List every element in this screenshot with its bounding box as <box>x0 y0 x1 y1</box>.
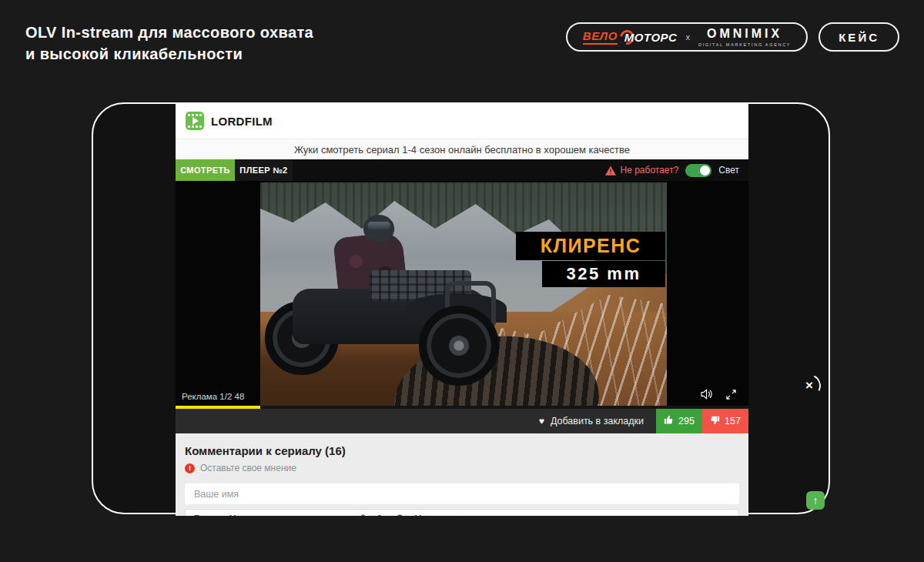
like-button[interactable]: 295 <box>656 409 702 433</box>
name-input[interactable] <box>185 483 739 504</box>
italic-icon[interactable]: I <box>211 513 219 517</box>
light-toggle[interactable] <box>685 164 711 177</box>
velomotors-logo-part2: МОТОРС <box>624 31 678 44</box>
player-controls <box>701 389 736 400</box>
omnimix-logo: OMNIMIX DIGITAL MARKETING AGENCY <box>698 27 791 47</box>
thumb-down-icon <box>710 415 720 427</box>
omnimix-name: OMNIMIX <box>707 27 782 41</box>
video-ad-frame[interactable]: КЛИРЕНС 325 mm <box>260 182 667 407</box>
light-toggle-label: Свет <box>718 165 739 176</box>
comments-hint-label: Оставьте свое мнение <box>200 463 296 473</box>
dislike-count: 157 <box>725 416 741 427</box>
thumb-up-icon <box>664 415 674 427</box>
bold-icon[interactable]: B <box>193 513 201 516</box>
tab-player2[interactable]: ПЛЕЕР №2 <box>235 159 293 181</box>
text-lines-icon[interactable]: ≣ <box>433 513 440 516</box>
volume-icon[interactable] <box>701 389 714 400</box>
list-ordered-icon[interactable]: ≕ <box>319 513 328 516</box>
brand-badge: ВЕЛО МОТОРС x OMNIMIX DIGITAL MARKETING … <box>566 22 808 52</box>
report-problem-button[interactable]: Не работает? <box>605 165 679 176</box>
align-left-icon[interactable]: ≡ <box>246 513 254 516</box>
comments-hint: ! Оставьте свое мнение <box>185 463 739 473</box>
film-logo-icon[interactable] <box>186 112 204 130</box>
exclamation-icon: ! <box>185 463 195 473</box>
header-badges: ВЕЛО МОТОРС x OMNIMIX DIGITAL MARKETING … <box>566 22 899 52</box>
quote-icon[interactable]: ❞ <box>396 513 403 516</box>
list-bullet-icon[interactable]: ≔ <box>300 513 309 516</box>
omnimix-subtitle: DIGITAL MARKETING AGENCY <box>698 42 791 47</box>
video-player[interactable]: КЛИРЕНС 325 mm Реклама 1/2 48 <box>176 181 748 409</box>
film-perforation <box>188 125 202 128</box>
key-icon[interactable] <box>377 514 386 516</box>
ad-progress-track[interactable] <box>176 406 748 409</box>
velomotors-logo-part1: ВЕЛО <box>583 29 618 45</box>
ad-progress-fill <box>176 406 260 409</box>
velomotors-logo: ВЕЛО МОТОРС <box>583 29 678 45</box>
brand-separator: x <box>685 32 690 42</box>
comments-title: Комментарии к сериалу (16) <box>185 444 739 457</box>
close-icon: × <box>798 374 821 397</box>
report-problem-label: Не работает? <box>621 165 679 176</box>
spoiler-icon[interactable] <box>450 515 460 517</box>
align-right-icon[interactable]: ≡ <box>282 513 290 516</box>
rider-helmet <box>363 215 394 242</box>
tab-watch[interactable]: СМОТРЕТЬ <box>176 159 235 181</box>
page-title: Жуки смотреть сериал 1-4 сезон онлайн бе… <box>294 144 630 156</box>
actions-bar: ♥ Добавить в закладки 295 157 <box>176 409 748 433</box>
code-icon[interactable]: {;} <box>413 513 422 516</box>
page-title-bar: Жуки смотреть сериал 1-4 сезон онлайн бе… <box>176 139 748 159</box>
atv-rider-illustration <box>271 215 510 396</box>
slide-title-line1: OLV In-stream для массового охвата <box>25 22 313 43</box>
bookmark-button[interactable]: ♥ Добавить в закладки <box>539 416 644 427</box>
emoji-icon[interactable]: ☺ <box>338 513 347 516</box>
player-tools: Не работает? Свет <box>605 159 748 181</box>
editor-toolbar: B I U ≡ ≡ ≡ ≔ ≕ ☺ ❞ {;} ≣ <box>185 509 739 516</box>
film-perforation <box>188 114 202 116</box>
atv-front-wheel <box>419 306 499 386</box>
bookmark-label: Добавить в закладки <box>551 416 644 427</box>
dislike-button[interactable]: 157 <box>702 409 748 433</box>
close-ad-button[interactable]: × <box>798 374 821 397</box>
heart-icon: ♥ <box>539 416 544 427</box>
scroll-top-button[interactable]: ↑ <box>806 491 825 510</box>
ad-overlay-title: КЛИРЕНС <box>516 232 665 260</box>
slide: OLV In-stream для массового охвата и выс… <box>0 0 924 562</box>
site-logo-text[interactable]: LORDFILM <box>211 115 273 128</box>
fullscreen-icon[interactable] <box>726 390 736 400</box>
site-header: LORDFILM <box>176 103 748 139</box>
comments-section: Комментарии к сериалу (16) ! Оставьте св… <box>176 433 748 516</box>
align-center-icon[interactable]: ≡ <box>264 513 272 516</box>
ad-overlay-value: 325 mm <box>542 261 665 287</box>
arrow-up-icon: ↑ <box>813 494 819 507</box>
underline-icon[interactable]: U <box>229 513 236 516</box>
case-badge: КЕЙС <box>819 22 899 52</box>
ad-counter: Реклама 1/2 48 <box>182 392 244 401</box>
like-count: 295 <box>678 416 695 427</box>
play-icon <box>192 117 199 125</box>
player-tabs-row: СМОТРЕТЬ ПЛЕЕР №2 Не работает? Свет <box>176 159 748 181</box>
slide-title: OLV In-stream для массового охвата и выс… <box>25 22 313 65</box>
browser-screenshot: LORDFILM Жуки смотреть сериал 1-4 сезон … <box>176 103 748 516</box>
link-icon[interactable] <box>357 514 367 516</box>
slide-title-line2: и высокой кликабельности <box>25 43 313 65</box>
toggle-knob <box>700 166 710 176</box>
warning-icon <box>605 166 616 176</box>
